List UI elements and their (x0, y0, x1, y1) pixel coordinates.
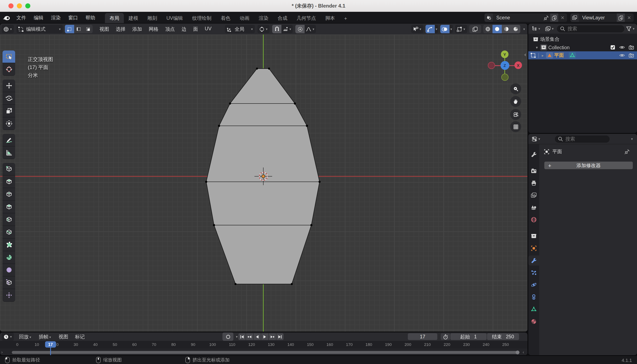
properties-tab-material[interactable] (528, 316, 539, 326)
timeline-menu-item[interactable]: 回放▾ (16, 334, 35, 340)
tool-smooth[interactable] (3, 264, 15, 276)
pin-icon[interactable] (624, 148, 634, 155)
workspace-tab[interactable]: 动画 (235, 13, 254, 24)
workspace-tab[interactable]: 脚本 (321, 13, 340, 24)
tool-extrude-region[interactable] (3, 176, 15, 188)
use-preview-range-button[interactable] (441, 333, 450, 340)
viewport-menu-item[interactable]: 添加 (129, 26, 145, 32)
properties-tab-collection[interactable] (528, 231, 539, 241)
frame-start-field[interactable]: 起始 1 (450, 333, 487, 340)
minimize-window-button[interactable] (17, 3, 22, 8)
tool-inset-faces[interactable] (3, 188, 15, 201)
workspace-tab[interactable]: UV编辑 (162, 13, 187, 24)
auto-keying-toggle[interactable] (223, 332, 233, 341)
properties-tab-output[interactable] (528, 178, 539, 188)
orthographic-toggle-button[interactable] (510, 121, 521, 132)
unlink-scene-button[interactable]: ✕ (558, 15, 567, 20)
timeline-expand-arrow[interactable]: › (1, 350, 3, 354)
shading-wireframe-button[interactable] (483, 25, 493, 33)
menubar-item[interactable]: 编辑 (30, 12, 47, 24)
camera-view-button[interactable] (510, 109, 521, 120)
menubar-item[interactable]: 文件 (13, 12, 30, 24)
workspace-tab[interactable]: 纹理绘制 (187, 13, 216, 24)
outliner-row-collection[interactable]: ▾ Collection (528, 43, 637, 51)
tool-cursor[interactable] (3, 63, 15, 76)
tool-measure[interactable] (3, 146, 15, 159)
tool-edge-slide[interactable] (3, 276, 15, 289)
mesh-plane[interactable] (0, 34, 527, 332)
remove-view-layer-button[interactable]: ✕ (625, 15, 634, 20)
face-select-button[interactable] (83, 25, 93, 33)
expand-chevron-icon[interactable]: ▸ (542, 53, 544, 58)
viewport-menu-item[interactable]: 视图 (96, 26, 112, 32)
properties-tab-scene[interactable] (528, 202, 539, 212)
collapse-chevron-icon[interactable]: ▾ (536, 45, 538, 50)
outliner-editor-type-button[interactable]: ▾ (530, 24, 542, 33)
tool-annotate[interactable] (3, 134, 15, 146)
scene-selector[interactable]: Scene ✕ (485, 14, 567, 22)
outliner-row-plane[interactable]: ▸ 平面 (528, 51, 637, 59)
jump-to-end-button[interactable] (276, 333, 284, 340)
menubar-item[interactable]: 帮助 (82, 12, 99, 24)
zoom-button[interactable] (510, 83, 521, 94)
timeline-scrollbar[interactable] (12, 351, 519, 354)
tool-poly-build[interactable] (3, 238, 15, 251)
workspace-tab[interactable]: 几何节点 (292, 13, 321, 24)
properties-tab-constraints[interactable] (528, 292, 539, 302)
shading-solid-button[interactable] (493, 25, 502, 33)
properties-options-chevron[interactable]: ▾ (631, 137, 634, 141)
gizmo-axis-x-positive[interactable]: X (514, 62, 522, 69)
show-gizmos-toggle[interactable] (426, 25, 435, 33)
properties-tab-object[interactable] (528, 243, 539, 253)
gizmo-axis-z-axis[interactable]: Z (500, 61, 509, 70)
properties-search-input[interactable]: 搜索 (555, 135, 610, 142)
tool-shrink-fatten[interactable] (3, 289, 15, 302)
jump-to-start-button[interactable] (239, 333, 246, 340)
viewport-canvas[interactable]: 正交顶视图 (17) 平面 分米 YXZ ‹ (0, 34, 527, 332)
play-reverse-button[interactable] (254, 333, 261, 340)
workspace-tab[interactable]: 布局 (105, 13, 124, 24)
viewport-menu-item[interactable]: 顶点 (162, 26, 178, 32)
zoom-window-button[interactable] (25, 3, 30, 8)
playhead[interactable]: 17 (45, 341, 56, 348)
timeline-menu-item[interactable]: 视图 (55, 334, 72, 340)
tool-rotate[interactable] (3, 92, 15, 105)
shading-rendered-button[interactable] (511, 25, 520, 33)
timeline-editor-type-button[interactable]: ▾ (2, 332, 14, 341)
workspace-tab[interactable]: 建模 (124, 13, 143, 24)
tool-move[interactable] (3, 80, 15, 92)
edge-select-button[interactable] (74, 25, 83, 33)
proportional-edit-toggle[interactable] (295, 25, 305, 33)
properties-tab-world[interactable] (528, 214, 539, 225)
shading-material-button[interactable] (502, 25, 511, 33)
navigation-gizmo[interactable]: YXZ (490, 51, 519, 81)
tool-transform[interactable] (3, 118, 15, 130)
view-layer-name[interactable]: ViewLayer (579, 15, 616, 20)
timeline-collapse-arrow[interactable]: ‹ (523, 350, 524, 354)
tool-spin[interactable] (3, 251, 15, 264)
tool-bevel[interactable] (3, 201, 15, 213)
object-visibility-dropdown[interactable]: ▾ (411, 25, 423, 33)
properties-tab-object-data[interactable] (528, 304, 539, 314)
show-overlays-toggle[interactable] (440, 25, 450, 33)
eye-icon[interactable] (619, 52, 625, 58)
workspace-tab[interactable]: 着色 (216, 13, 235, 24)
next-keyframe-button[interactable] (269, 333, 276, 340)
viewport-menu-item[interactable]: 网格 (145, 26, 162, 32)
tool-knife[interactable] (3, 226, 15, 238)
playhead-line[interactable] (50, 348, 51, 355)
eye-icon[interactable] (619, 44, 625, 50)
gizmo-axis-y-negative[interactable] (501, 74, 508, 80)
tool-loop-cut[interactable] (3, 213, 15, 226)
timeline-menu-item[interactable]: 标记 (72, 334, 88, 340)
new-scene-button[interactable] (550, 14, 558, 22)
transform-orientation-dropdown[interactable]: 全局 ▾ (225, 25, 255, 33)
workspace-tab[interactable]: 渲染 (254, 13, 273, 24)
pin-icon[interactable] (543, 14, 549, 21)
proportional-falloff-dropdown[interactable]: ▾ (305, 26, 316, 32)
timeline-ruler[interactable]: 0102030405060708090100110120130140150160… (0, 341, 527, 348)
tool-add-cube[interactable] (3, 163, 15, 176)
add-modifier-button[interactable]: + 添加修改器 (544, 162, 633, 169)
gizmo-axis-y-positive[interactable]: Y (501, 50, 509, 58)
play-button[interactable] (261, 333, 268, 340)
